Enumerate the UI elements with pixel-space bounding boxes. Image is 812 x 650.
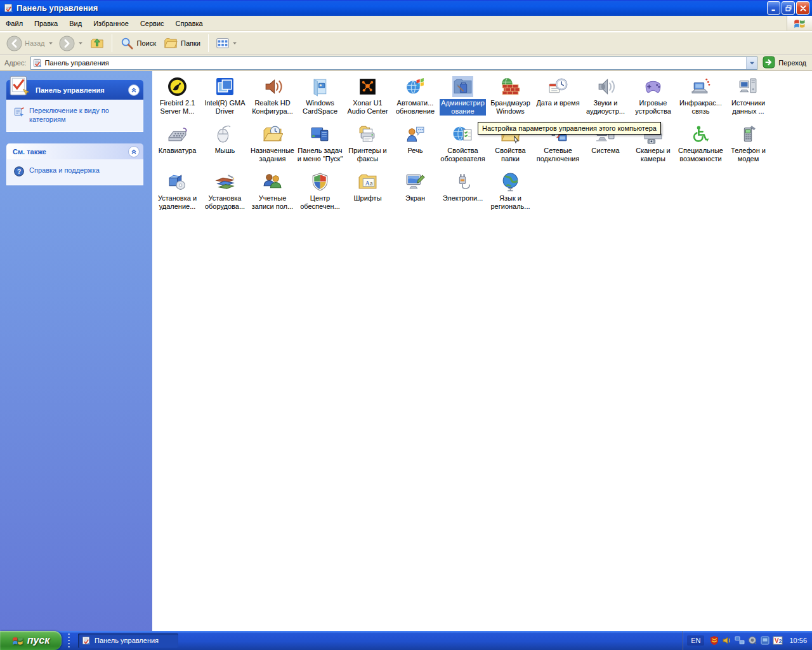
menu-item[interactable]: Справка	[170, 16, 209, 30]
forward-button[interactable]	[56, 34, 86, 53]
control-panel-item[interactable]: Intel(R) GMA Driver	[201, 74, 249, 122]
control-panel-item[interactable]: Мышь	[201, 122, 249, 169]
control-panel-item[interactable]: AaШрифты	[344, 169, 391, 217]
control-panel-item[interactable]: Realtek HD Конфигура...	[249, 74, 296, 122]
search-button[interactable]: Поиск	[116, 34, 160, 52]
address-input[interactable]: Панель управления	[30, 56, 758, 70]
back-button[interactable]: Назад	[4, 34, 56, 53]
realtek-audio-icon	[262, 76, 283, 97]
control-panel-item[interactable]: Звуки и аудиоустр...	[582, 74, 629, 122]
svg-text:a: a	[370, 180, 373, 187]
pane-title: См. также	[13, 148, 46, 156]
control-panel-item[interactable]: Центр обеспечен...	[296, 169, 344, 217]
taskbar-handle[interactable]	[65, 633, 73, 647]
views-dropdown[interactable]	[232, 41, 238, 46]
control-panel-item[interactable]: Xonar U1 Audio Center	[344, 74, 391, 122]
control-panel-item[interactable]: Автомати... обновление	[391, 74, 439, 122]
control-panel-item[interactable]: Источники данных ...	[724, 74, 772, 122]
control-panel-item[interactable]: Назначенные задания	[249, 122, 296, 169]
toolbar: Назад Поиск Папки	[0, 32, 812, 55]
back-dropdown[interactable]	[48, 41, 54, 46]
control-panel-item[interactable]: Панель задач и меню "Пуск"	[296, 122, 344, 169]
date-time-icon	[547, 76, 568, 97]
control-panel-item[interactable]: Установка оборудова...	[201, 169, 249, 217]
close-button[interactable]	[796, 1, 809, 15]
control-panel-item[interactable]: Клавиатура	[154, 122, 201, 169]
taskbar-clock[interactable]: 10:56	[789, 637, 807, 644]
start-button[interactable]: пуск	[0, 631, 62, 650]
item-label: Установка и удаление...	[158, 194, 197, 211]
item-label: Учетные записи пол...	[252, 194, 293, 211]
item-label: Windows CardSpace	[303, 99, 337, 116]
item-label: Свойства папки	[495, 147, 525, 163]
go-button[interactable]: Переход	[763, 56, 806, 70]
control-panel-item[interactable]: Учетные записи пол...	[249, 169, 296, 217]
control-panel-item[interactable]: Телефон и модем	[724, 122, 772, 169]
control-panel-item[interactable]: Дата и время	[534, 74, 582, 122]
up-icon	[90, 36, 104, 50]
item-label: Телефон и модем	[731, 147, 766, 163]
item-label: Электропи...	[443, 194, 483, 202]
control-panel-item[interactable]: Речь	[391, 122, 439, 169]
audio-manager-tray-icon[interactable]	[747, 635, 757, 646]
control-panel-item[interactable]: Экран	[391, 169, 439, 217]
control-panel-item[interactable]: Администрир ование	[439, 74, 487, 122]
taskbar-task-button[interactable]: Панель управления	[78, 633, 178, 648]
go-label: Переход	[778, 59, 806, 67]
language-indicator[interactable]: EN	[687, 635, 704, 646]
item-label: Игровые устройства	[635, 99, 671, 116]
control-panel-item[interactable]: Установка и удаление...	[154, 169, 201, 217]
taskbar: пуск Панель управления EN V2 10:56	[0, 631, 812, 650]
control-panel-item[interactable]: Брандмауэр Windows	[487, 74, 534, 122]
control-panel-item[interactable]: Firebird 2.1 Server M...	[154, 74, 201, 122]
control-panel-item[interactable]: Электропи...	[439, 169, 487, 217]
accessibility-icon	[690, 124, 711, 145]
views-button[interactable]	[213, 34, 241, 52]
item-label: Экран	[405, 194, 425, 202]
administrative-tools-icon	[452, 76, 473, 97]
task-link[interactable]: Переключение к виду по категориям	[13, 106, 139, 124]
menu-item[interactable]: Вид	[63, 16, 88, 30]
add-hardware-icon	[214, 171, 235, 192]
item-label: Инфракрас... связь	[679, 99, 722, 116]
icon-grid: Firebird 2.1 Server M...Intel(R) GMA Dri…	[152, 71, 812, 217]
v2-switcher-tray-icon[interactable]: V2	[773, 635, 783, 646]
scheduled-tasks-icon	[262, 124, 283, 145]
taskbar-startmenu-icon	[310, 124, 331, 145]
restore-button[interactable]	[782, 1, 795, 15]
folders-label: Папки	[181, 39, 200, 47]
volume-tray-icon[interactable]	[722, 635, 732, 646]
views-icon	[216, 36, 230, 50]
menu-item[interactable]: Правка	[29, 16, 63, 30]
address-bar: Адрес: Панель управления Переход	[0, 55, 812, 71]
folders-button[interactable]: Папки	[160, 34, 204, 52]
item-label: Центр обеспечен...	[300, 194, 340, 211]
control-panel-item[interactable]: Игровые устройства	[629, 74, 677, 122]
minimize-button[interactable]	[767, 1, 780, 15]
see-also-pane: См. также ?Справка и поддержка	[6, 143, 143, 185]
forward-dropdown[interactable]	[77, 41, 84, 46]
control-panel-item[interactable]: Принтеры и факсы	[344, 122, 391, 169]
menu-item[interactable]: Сервис	[134, 16, 170, 30]
help-icon: ?	[13, 166, 25, 177]
task-link[interactable]: ?Справка и поддержка	[13, 166, 139, 177]
control-panel-icon	[33, 58, 43, 68]
task-link-label: Справка и поддержка	[29, 166, 100, 177]
xonar-audio-icon	[357, 76, 378, 97]
control-panel-item[interactable]: Язык и региональ...	[487, 169, 534, 217]
menu-item[interactable]: Избранное	[88, 16, 134, 30]
add-remove-programs-icon	[167, 171, 188, 192]
control-panel-item[interactable]: Специальные возможности	[677, 122, 724, 169]
control-panel-item[interactable]: Windows CardSpace	[296, 74, 344, 122]
collapse-button[interactable]	[128, 84, 140, 96]
display-tray-icon[interactable]	[760, 635, 770, 646]
address-dropdown-button[interactable]	[746, 57, 757, 69]
antivirus-tray-icon[interactable]	[709, 635, 719, 646]
up-button[interactable]	[86, 34, 108, 52]
collapse-button[interactable]	[128, 146, 140, 157]
control-panel-item[interactable]: Инфракрас... связь	[677, 74, 724, 122]
network-tray-icon[interactable]	[735, 635, 745, 646]
windows-flag-icon	[12, 635, 24, 647]
menu-item[interactable]: Файл	[0, 16, 29, 30]
task-pane: Панель управления Переключение к виду по…	[0, 71, 152, 631]
